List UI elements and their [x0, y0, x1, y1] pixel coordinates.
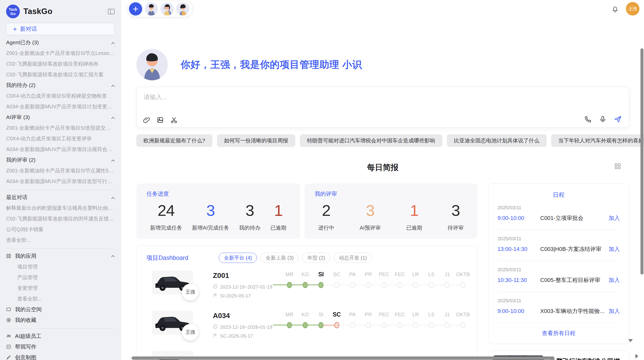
- recent-chat-item[interactable]: 解释最新出台的欧盟报废车法规再生塑料比例被调至15%...: [6, 205, 115, 211]
- suggestion-chip[interactable]: 如何写一份清晰的项目周报: [217, 134, 295, 147]
- join-button[interactable]: 加入: [609, 307, 620, 315]
- dashboard-tab[interactable]: 全新上装 (3): [260, 253, 299, 263]
- milestone-node[interactable]: [318, 282, 324, 288]
- briefing-layout-icon[interactable]: [614, 163, 621, 170]
- paperclip-icon[interactable]: [143, 116, 150, 124]
- new-chat-button[interactable]: + 新对话: [6, 23, 115, 35]
- chevron-up-icon: [111, 157, 115, 163]
- milestone-node[interactable]: [460, 322, 465, 328]
- flag-icon: [213, 293, 218, 299]
- milestone-node[interactable]: [303, 282, 308, 288]
- sidebar-item-creative-draw[interactable]: 创意制图: [6, 354, 115, 360]
- milestone-node[interactable]: [413, 322, 418, 328]
- milestone-node[interactable]: [413, 282, 418, 288]
- sidebar-item-cloud-space[interactable]: 我的云空间: [6, 306, 115, 313]
- suggestion-chip[interactable]: 欧洲新规最近颁布了什么?: [136, 134, 212, 147]
- section-header[interactable]: 我的评审 (2): [6, 157, 115, 163]
- section-header[interactable]: 我的待办 (2): [6, 82, 115, 88]
- suggestion-chip[interactable]: 当下年轻人对汽车外观有怎样的喜好趋势: [551, 134, 644, 147]
- project-row[interactable]: 王强 A034 2023-12-19~2026-01-19 SC-2025-05…: [143, 311, 471, 341]
- suggestion-chips: 欧洲新规最近颁布了什么?如何写一份清晰的项目周报特朗普可能对进口汽车增税会对中国…: [136, 134, 629, 147]
- milestone-node[interactable]: [445, 282, 450, 288]
- sidebar-collapse-icon[interactable]: [108, 9, 115, 14]
- section-item[interactable]: Z001-全新燃油轻卡产品开发项目SI节点属性5D文件评审: [6, 167, 115, 174]
- image-icon[interactable]: [156, 116, 164, 124]
- schedule-event: 2025/03/11 9:00-10:00 C001-立项审批会 加入: [497, 199, 620, 230]
- scroll-right-arrow[interactable]: [635, 354, 638, 358]
- recent-chat-item[interactable]: C02-飞腾新能源轻客改款项目的闭环通告反馈情况: [6, 215, 115, 222]
- microphone-icon[interactable]: [599, 115, 607, 123]
- milestone-node[interactable]: [334, 322, 339, 328]
- sidebar: Task Go TaskGo + 新对话 Agent已办 (3) Z001-全新…: [0, 0, 121, 360]
- milestone-node[interactable]: [460, 282, 465, 288]
- section-item[interactable]: A034-全新新能源MUV产品开发项目计划变更表编写: [6, 103, 115, 110]
- project-dashboard-card: 项目Dashboard 全新平台 (4)全新上装 (3)年型 (2)动总开发 (…: [136, 245, 477, 360]
- event-date: 2025/03/11: [497, 205, 620, 211]
- section-item[interactable]: A034-全新新能源MUV产品开发项目法规符合性评审: [6, 146, 115, 153]
- recent-chat-item[interactable]: 查看全部...: [6, 237, 115, 243]
- sidebar-item-ai-staff[interactable]: AI超级员工: [6, 333, 115, 339]
- join-button[interactable]: 加入: [609, 276, 620, 284]
- phone-icon[interactable]: [584, 115, 592, 123]
- section-item[interactable]: Z001-全新燃油皮卡产品开发项目SI节点Lesson Learn报告: [6, 50, 115, 56]
- dashboard-tab[interactable]: 全新平台 (4): [219, 253, 257, 263]
- stat-columns: 24 新增完成任务 3 新增AI完成任务 3 我的待办 1 已逾期: [147, 202, 290, 231]
- milestone-node[interactable]: [287, 322, 292, 328]
- section-item[interactable]: C02-飞腾新能源轻客改款项目里程碑画布: [6, 61, 115, 67]
- milestone-node[interactable]: [334, 282, 339, 288]
- milestone-node[interactable]: [397, 282, 402, 288]
- sidebar-item-help-write[interactable]: 帮我写作: [6, 343, 115, 350]
- vertical-scrollbar-thumb[interactable]: [640, 48, 643, 275]
- section-item[interactable]: A034-全新新能源MUV产品开发项目造型可行性评审: [6, 178, 115, 185]
- milestone-track: [282, 320, 471, 331]
- milestone-label: PA: [345, 271, 360, 278]
- event-date: 2025/03/11: [497, 267, 620, 273]
- section-item[interactable]: C0X4-动力总成开发项目SI里程碑提交物检查: [6, 93, 115, 99]
- briefing-title: 每日简报: [367, 163, 399, 172]
- project-row[interactable]: 王强 Z001 2023-12-19~2027-01-19 SI-2025-05…: [143, 271, 471, 301]
- join-button[interactable]: 加入: [609, 214, 620, 222]
- cloud-space-icon: [6, 307, 11, 312]
- milestone-node[interactable]: [429, 282, 434, 288]
- milestone-node[interactable]: [382, 322, 387, 328]
- chat-input[interactable]: [143, 93, 553, 108]
- sidebar-item-my-apps[interactable]: 我的应用: [6, 253, 115, 259]
- milestone-node[interactable]: [287, 282, 292, 288]
- milestone-node[interactable]: [366, 282, 371, 288]
- join-button[interactable]: 加入: [609, 245, 620, 253]
- section-header[interactable]: AI评审 (3): [6, 114, 115, 121]
- milestone-node[interactable]: [382, 282, 387, 288]
- recent-chat-item[interactable]: 公司Q3轻卡销量: [6, 226, 115, 233]
- milestone-node[interactable]: [445, 322, 450, 328]
- sidebar-sections: Agent已办 (3) Z001-全新燃油皮卡产品开发项目SI节点Lesson …: [6, 39, 115, 185]
- suggestion-chip[interactable]: 特朗普可能对进口汽车增税会对中国车企造成哪些影响: [300, 134, 442, 147]
- app-item[interactable]: 项目管理: [6, 263, 115, 270]
- section-item[interactable]: C02-飞腾新能源轻客改款项目立项汇报方案: [6, 71, 115, 78]
- section-header[interactable]: Agent已办 (3): [6, 39, 115, 46]
- app-item[interactable]: 查看全部...: [6, 295, 115, 302]
- milestone-node[interactable]: [366, 322, 371, 328]
- stat-columns: 2 进行中 3 AI预评审 1 已逾期 3 待评审: [315, 202, 467, 231]
- milestone-node[interactable]: [350, 282, 355, 288]
- dashboard-tab[interactable]: 年型 (2): [302, 253, 330, 263]
- main-area: +: [121, 0, 644, 360]
- sidebar-item-favorites[interactable]: 我的收藏: [6, 317, 115, 323]
- view-all-schedule-link[interactable]: 查看所有日程: [497, 329, 620, 337]
- milestone-node[interactable]: [303, 322, 308, 328]
- suggestion-chip[interactable]: 比亚迪全固态电池计划具体说了什么: [447, 134, 547, 147]
- send-icon[interactable]: [614, 115, 622, 123]
- horizontal-scrollbar-thumb[interactable]: [131, 356, 554, 360]
- app-item[interactable]: 产品管理: [6, 274, 115, 281]
- section-item[interactable]: C0X4-动力总成开发项目工程变更评审: [6, 135, 115, 142]
- section-header-recent[interactable]: 最近对话: [6, 194, 115, 201]
- milestone-node[interactable]: [350, 322, 355, 328]
- schedule-event: 2025/03/11 13:00-14:30 C003|H0B-方案冻结评审 加…: [497, 230, 620, 261]
- dashboard-tab[interactable]: 动总开发 (1): [334, 253, 372, 263]
- milestone-node[interactable]: [318, 322, 324, 328]
- milestone-node[interactable]: [397, 322, 402, 328]
- scissors-icon[interactable]: [170, 116, 178, 124]
- app-item[interactable]: 变更管理: [6, 285, 115, 291]
- scroll-down-arrow[interactable]: [628, 339, 633, 342]
- milestone-node[interactable]: [429, 322, 434, 328]
- section-item[interactable]: Z001-全新燃油轻卡产品开发项目SI造型提交物评审: [6, 125, 115, 131]
